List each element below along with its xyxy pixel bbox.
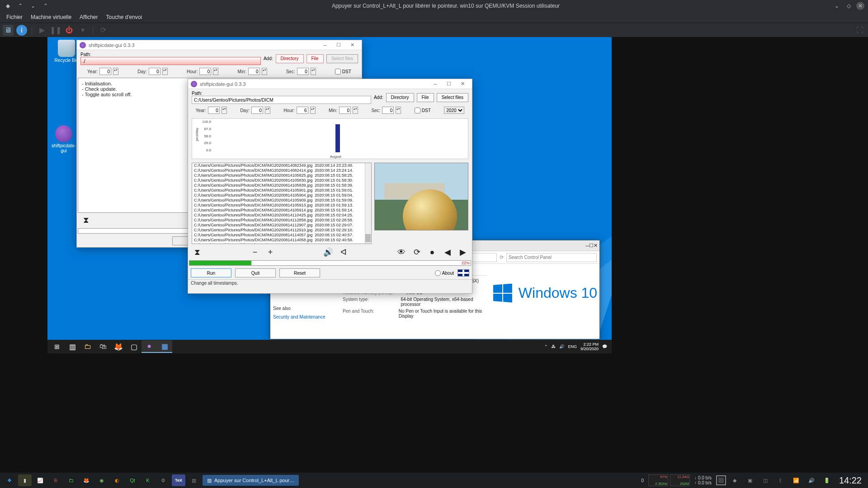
desktop-count[interactable]: 0 — [639, 478, 647, 483]
file-list-line[interactable]: C:/Users/Gentoo/Pictures/Photos/DICM/IMG… — [192, 208, 371, 213]
tray-clock[interactable]: 2:22 PM 9/20/2020 — [580, 342, 599, 351]
spinner-icon[interactable]: ▴▾ — [396, 107, 401, 114]
spinner-icon[interactable]: ▴▾ — [162, 68, 168, 75]
menu-file[interactable]: Fichier — [3, 13, 26, 21]
stop-icon[interactable]: ● — [427, 247, 438, 258]
tray-volume-icon[interactable]: 🔊 — [805, 474, 818, 486]
link-security-maintenance[interactable]: Security and Maintenance — [273, 314, 335, 319]
win1-maximize-icon[interactable]: ☐ — [332, 41, 345, 50]
run-button[interactable]: Run — [191, 268, 231, 277]
directory-button[interactable]: Directory — [276, 54, 304, 63]
tray-clipboard-icon[interactable]: ◫ — [759, 474, 772, 486]
host-gear-icon[interactable]: ⚙ — [156, 474, 170, 486]
host-start-icon[interactable]: ❖ — [3, 474, 16, 486]
menu-view[interactable]: Afficher — [76, 13, 101, 21]
tray-bluetooth-icon[interactable]: ᛒ — [774, 474, 788, 486]
file-list-line[interactable]: C:/Users/Gentoo/Pictures/Photos/DICM/IMG… — [192, 203, 371, 208]
fullscreen-icon[interactable]: ⛶ — [854, 25, 865, 36]
spinner-icon[interactable]: ▴▾ — [262, 68, 267, 75]
taskview-icon[interactable]: ▥ — [65, 340, 80, 353]
day-input[interactable] — [251, 107, 263, 114]
firefox-icon[interactable]: 🦊 — [111, 340, 126, 353]
cpu-chip-icon[interactable] — [716, 475, 726, 485]
vm-close-icon[interactable]: ✕ — [856, 2, 864, 10]
file-list-line[interactable]: C:/Users/Gentoo/Pictures/Photos/DICM/IMG… — [192, 163, 371, 168]
host-files-icon[interactable]: 🗀 — [64, 474, 78, 486]
tray-chevron-icon[interactable]: ⌃ — [544, 344, 548, 349]
directory-button[interactable]: Directory — [386, 93, 414, 102]
spinner-icon[interactable]: ▴▾ — [222, 107, 227, 114]
eye-icon[interactable]: 👁 — [396, 247, 407, 258]
refresh-icon[interactable]: ⟳ — [411, 247, 422, 258]
spinner-icon[interactable]: ▴▾ — [353, 107, 358, 114]
spinner-icon[interactable]: ▴▾ — [265, 107, 270, 114]
store-icon[interactable]: 🛍 — [95, 340, 111, 353]
host-clock[interactable]: 14:22 — [835, 475, 865, 486]
select-files-button[interactable]: Select files — [437, 93, 468, 102]
nav-refresh-icon[interactable]: ⟳ — [500, 254, 504, 260]
file-list-line[interactable]: C:/Users/Gentoo/Pictures/Photos/DICM/IMG… — [192, 188, 371, 193]
tray-network-icon[interactable]: 🖧 — [552, 344, 556, 349]
file-list-line[interactable]: C:/Users/Gentoo/Pictures/Photos/DICM/IMG… — [192, 178, 371, 183]
min-input[interactable] — [248, 68, 260, 75]
windows-taskbar[interactable]: ⊞ ▥ 🗀 🛍 🦊 ▢ ● ▦ ⌃ 🖧 🔊 ENG 2:22 PM 9/20/2… — [47, 340, 612, 353]
explorer-icon[interactable]: 🗀 — [80, 340, 95, 353]
scrollbar-thumb[interactable] — [365, 234, 371, 242]
host-terminal-icon[interactable]: ▮ — [18, 474, 32, 486]
scroll-icon[interactable]: ⧗ — [80, 215, 91, 225]
file-list-line[interactable]: C:/Users/Gentoo/Pictures/Photos/DICM/IMG… — [192, 243, 371, 244]
file-list-line[interactable]: C:/Users/Gentoo/Pictures/Photos/DICM/IMG… — [192, 198, 371, 203]
taskbar-app-shiftpicdate[interactable]: ● — [142, 340, 157, 353]
host-virt-icon[interactable]: ▥ — [187, 474, 201, 486]
sys-minimize-icon[interactable]: ─ — [585, 243, 589, 249]
host-taskbar[interactable]: ❖ ▮ 📈 ⎘ 🗀 🦊 ◉ ◐ Qt K ⚙ TeX ▥ ▥ Appuyer s… — [0, 473, 868, 488]
dropdown-icon[interactable]: ▾ — [77, 25, 88, 36]
host-tex-icon[interactable]: TeX — [172, 474, 185, 486]
poweroff-icon[interactable]: ⏻ — [64, 25, 75, 36]
spinner-icon[interactable]: ▴▾ — [311, 68, 316, 75]
file-list-line[interactable]: C:/Users/Gentoo/Pictures/Photos/DICM/IMG… — [192, 223, 371, 228]
host-app-icon[interactable]: ◐ — [110, 474, 124, 486]
year-input[interactable] — [208, 107, 220, 114]
file-list-line[interactable]: C:/Users/Gentoo/Pictures/Photos/DICM/IMG… — [192, 238, 371, 243]
net-widget[interactable]: ↓ 0.0 b/s ↑ 0.0 b/s — [692, 475, 714, 485]
notepad-icon[interactable]: ▢ — [126, 340, 142, 353]
spinner-icon[interactable]: ▴▾ — [310, 107, 316, 114]
guest-desktop[interactable]: Recycle Bin shiftpicdate-gui ─ ☐ ✕ ← → ↑… — [47, 37, 612, 353]
start-button[interactable]: ⊞ — [49, 340, 65, 353]
win2-titlebar[interactable]: shiftpicdate-gui 0.3.3 ─ ☐ ✕ — [188, 79, 472, 89]
file-list-line[interactable]: C:/Users/Gentoo/Pictures/Photos/DICM/IMG… — [192, 228, 371, 233]
file-list-line[interactable]: C:/Users/Gentoo/Pictures/Photos/DICM/IMG… — [192, 233, 371, 238]
file-list-line[interactable]: C:/Users/Gentoo/Pictures/Photos/DICM/IMG… — [192, 193, 371, 198]
speaker-icon[interactable]: 🔊 — [323, 247, 334, 258]
file-button[interactable]: File — [307, 54, 324, 63]
menu-sendkey[interactable]: Touche d'envoi — [103, 13, 146, 21]
reset-button[interactable]: Reset — [279, 268, 320, 277]
file-button[interactable]: File — [417, 93, 434, 102]
double-up-icon[interactable]: ⌃ — [42, 2, 50, 10]
win2-minimize-icon[interactable]: ─ — [429, 80, 442, 89]
sys-close-icon[interactable]: ✕ — [594, 243, 598, 249]
quit-button[interactable]: Quit — [235, 268, 276, 277]
sys-maximize-icon[interactable]: ☐ — [589, 243, 594, 249]
vm-maximize-icon[interactable]: ◇ — [844, 2, 853, 10]
prev-icon[interactable]: ◀ — [442, 247, 453, 258]
host-firefox-icon[interactable]: 🦊 — [80, 474, 93, 486]
minus-icon[interactable]: − — [250, 247, 260, 258]
sec-input[interactable] — [382, 107, 394, 114]
search-input[interactable] — [506, 253, 597, 262]
tray-battery-icon[interactable]: 🔋 — [820, 474, 834, 486]
drop-down-icon[interactable]: ⌄ — [29, 2, 37, 10]
plus-icon[interactable]: + — [265, 247, 276, 258]
win2-maximize-icon[interactable]: ☐ — [442, 80, 456, 89]
spinner-icon[interactable]: ▴▾ — [213, 68, 218, 75]
tray-app1-icon[interactable]: ◆ — [728, 474, 741, 486]
flame-icon[interactable]: ᐊ — [338, 247, 349, 258]
host-tor-icon[interactable]: ◉ — [95, 474, 108, 486]
host-task-vm[interactable]: ▥ Appuyer sur Control_L+Alt_L pour… — [203, 475, 299, 486]
tray-wifi-icon[interactable]: 📶 — [789, 474, 803, 486]
min-input[interactable] — [339, 107, 351, 114]
tray-notifications-icon[interactable]: 💬 — [602, 344, 607, 349]
dst-checkbox[interactable]: DST — [335, 69, 351, 75]
tray-lang[interactable]: ENG — [568, 344, 577, 349]
